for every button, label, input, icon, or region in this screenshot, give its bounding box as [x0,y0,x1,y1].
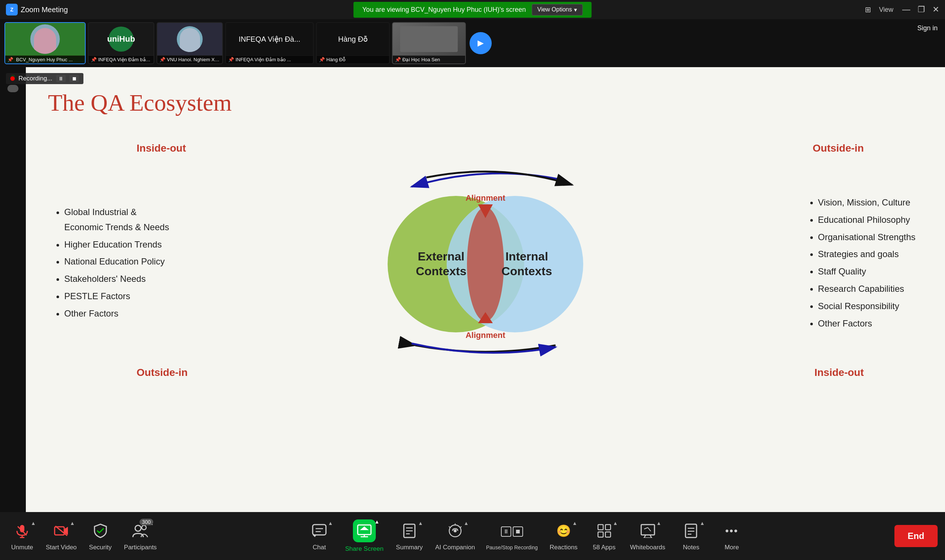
reactions-label: Reactions [550,544,578,551]
thumbnail-2[interactable]: uniHub 📌INFEQA Viện Đảm bảo ... [88,22,154,64]
summary-icon-wrap: ▲ [399,521,419,541]
summary-icon [402,523,416,538]
thumbnail-5[interactable]: Hàng Đỗ 📌Hàng Đỗ [316,22,390,64]
more-button[interactable]: ••• More [717,521,746,551]
whiteboards-icon-wrap: ▲ [638,521,658,541]
more-icon-wrap: ••• [721,521,742,541]
pause-icon: ⏸ [501,526,511,537]
unmute-caret[interactable]: ▲ [31,520,36,526]
svg-point-36 [454,529,456,532]
notification-banner: You are viewing BCV_Nguyen Huy Phuc (IUH… [354,2,592,18]
svg-text:External: External [418,250,464,263]
microphone-icon [15,523,29,538]
whiteboards-caret[interactable]: ▲ [656,520,661,526]
window-controls: — ❐ ✕ [902,5,939,14]
diagram-container: Inside-out Outside-in Global Industrial … [48,139,923,389]
outside-in-bottom-label: Outside-in [137,367,188,378]
apps-icon-wrap: ▲ [594,521,614,541]
svg-line-46 [648,528,651,531]
thumb-label-1: 📌 BCV_Nguyen Huy Phuc ... [5,56,85,63]
app-logo: Z Zoom Meeting [6,4,68,15]
chat-icon [312,524,327,538]
close-button[interactable]: ✕ [933,5,939,14]
maximize-button[interactable]: ❐ [918,5,925,14]
zoom-icon: Z [6,4,18,15]
thumb-name-4: INFEQA Viện Đà... [239,35,300,43]
thumbnail-6[interactable]: 📌Đại Học Hoa Sen [392,22,466,64]
view-label[interactable]: View [879,6,893,14]
unihub-logo: uniHub [108,26,134,52]
security-icon-wrap [91,521,110,541]
ai-companion-icon-wrap: ▲ [445,521,465,541]
chat-button[interactable]: ▲ Chat [305,521,334,551]
ai-companion-button[interactable]: ▲ AI Companion [435,521,475,551]
recording-badge: Recording... ⏸ ⏹ [6,73,83,84]
view-options-button[interactable]: View Options ▾ [532,4,583,15]
title-bar: Z Zoom Meeting You are viewing BCV_Nguye… [0,0,945,19]
unmute-icon-wrap: ▲ [12,521,32,541]
thumb-label-5: 📌Hàng Đỗ [317,56,389,63]
participants-button[interactable]: ▲ 300 Participants [124,521,157,551]
recording-stop-button[interactable]: ⏹ [69,75,79,82]
apps-button[interactable]: ▲ 58 Apps [589,521,619,551]
thumb-label-3: 📌VNU Hanoi. Nghiem Xu... [157,56,222,63]
notes-caret[interactable]: ▲ [700,520,705,526]
slide-title: The QA Ecosystem [48,89,923,117]
security-button[interactable]: Security [86,521,115,551]
security-label: Security [89,544,111,551]
notes-button[interactable]: ▲ Notes [676,521,706,551]
minimize-button[interactable]: — [902,5,910,14]
pause-stop-icon-wrap: ⏸ ⏹ [502,522,522,542]
app-title: Zoom Meeting [21,6,68,14]
reaction-emoji: 😊 [556,524,571,538]
summary-label: Summary [396,544,423,551]
participants-label: Participants [124,544,157,551]
pause-stop-recording-button[interactable]: ⏸ ⏹ Pause/Stop Recording [486,522,538,551]
svg-text:Alignment: Alignment [466,331,506,340]
thumbnail-1[interactable]: 📌 BCV_Nguyen Huy Phuc ... [5,22,86,64]
summary-caret[interactable]: ▲ [418,520,423,526]
whiteboard-icon [640,524,655,538]
svg-point-6 [467,207,504,321]
reactions-icon-wrap: 😊 ▲ [554,521,573,541]
svg-marker-30 [360,526,369,530]
share-screen-button[interactable]: ▲ Share Screen [345,519,384,552]
recording-label: Recording... [18,75,52,82]
left-context-list: Global Industrial &Economic Trends & Nee… [55,205,169,323]
apps-caret[interactable]: ▲ [613,520,618,526]
start-video-button[interactable]: ▲ Start Video [46,521,77,551]
svg-text:Contexts: Contexts [502,265,552,278]
thumb-label-6: 📌Đại Học Hoa Sen [393,56,465,63]
inside-out-top-label: Inside-out [137,142,186,154]
reactions-caret[interactable]: ▲ [572,520,577,526]
recording-pause-button[interactable]: ⏸ [56,75,66,82]
apps-label: 58 Apps [593,544,615,551]
sign-in-button[interactable]: Sign in [910,22,945,35]
grid-icon: ⊞ [865,5,871,14]
more-dots-icon: ••• [725,525,738,537]
svg-rect-24 [313,525,326,535]
thumbnail-3[interactable]: 📌VNU Hanoi. Nghiem Xu... [157,22,223,64]
video-caret[interactable]: ▲ [70,520,75,526]
ai-caret[interactable]: ▲ [464,520,469,526]
unmute-label: Unmute [11,544,33,551]
chat-caret[interactable]: ▲ [328,520,333,526]
notes-label: Notes [683,544,699,551]
reactions-button[interactable]: 😊 ▲ Reactions [549,521,578,551]
summary-button[interactable]: ▲ Summary [395,521,424,551]
svg-point-22 [135,525,141,531]
thumbnail-4[interactable]: INFEQA Viện Đà... 📌INFEQA Viện Đảm bảo .… [225,22,314,64]
ai-companion-icon [447,523,463,538]
toolbar-center: ▲ Chat ▲ Share Screen [157,519,894,552]
unmute-button[interactable]: ▲ Unmute [8,521,37,551]
svg-text:Internal: Internal [506,250,548,263]
notification-text: You are viewing BCV_Nguyen Huy Phuc (IUH… [362,6,526,14]
svg-rect-41 [641,525,655,535]
share-caret[interactable]: ▲ [374,519,379,525]
thumbnails-next-button[interactable]: ► [470,32,492,54]
thumb-label-4: 📌INFEQA Viện Đảm bảo ... [226,56,313,63]
end-button[interactable]: End [894,525,937,547]
whiteboards-button[interactable]: ▲ Whiteboards [630,521,665,551]
chat-label: Chat [313,544,326,551]
recording-dot [10,76,15,81]
